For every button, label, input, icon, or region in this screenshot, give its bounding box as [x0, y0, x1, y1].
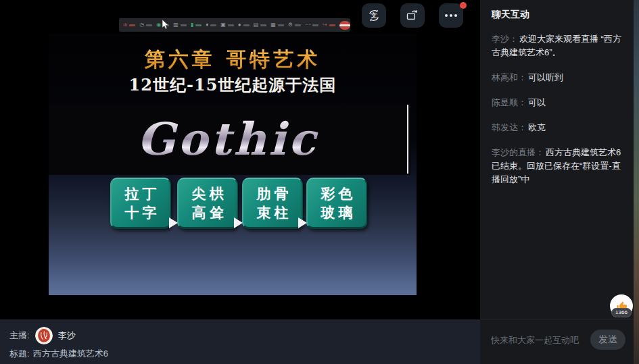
chat-text: 欧克	[528, 122, 546, 132]
toolbar-item-icon: ▥	[173, 22, 187, 28]
chat-input-bar: 发送	[480, 319, 634, 364]
keyword-line: 玻璃	[318, 203, 356, 222]
keyword-line: 拉丁	[122, 184, 160, 203]
arrow-right-icon	[298, 217, 307, 228]
video-area[interactable]: ılı ◷ ◉ ▥ ▮ ♦ ▣ ● ▤ ▦ ⚙ ⋯ ↪ 第六章 哥特艺术 12世…	[0, 0, 480, 319]
chat-message: 李沙：欢迎大家来观看直播 “西方古典建筑艺术6”。	[492, 32, 622, 59]
gothic-image: Gothic	[49, 103, 410, 175]
toolbar-item-icon: ▦	[270, 22, 284, 28]
keyword-line: 尖栱	[189, 184, 227, 203]
chat-text: 可以听到	[528, 72, 563, 82]
keyword-box-latin-cross: 拉丁 十字	[110, 178, 171, 229]
settings-gear-icon: ⚙	[288, 22, 301, 28]
gothic-wordmark: Gothic	[137, 113, 322, 165]
keyword-box-rib-vault: 肋骨 束柱	[242, 178, 303, 229]
stop-share-pill	[339, 21, 350, 30]
stream-title-value: 西方古典建筑艺术6	[33, 348, 108, 360]
chat-sender: 李沙的直播：	[492, 147, 544, 157]
host-info-bar: 主播: 李沙 标题: 西方古典建筑艺术6	[0, 319, 480, 364]
keyword-line: 彩色	[318, 184, 356, 203]
chat-sender: 陈昱顺：	[492, 97, 527, 107]
send-button[interactable]: 发送	[590, 330, 625, 350]
more-dots-icon: ⋯	[305, 22, 318, 28]
captions-translate-icon: 文	[367, 9, 381, 22]
mouse-cursor-icon	[162, 20, 169, 30]
host-avatar	[35, 327, 53, 344]
toolbar-item-icon: ♦	[206, 22, 216, 28]
chat-text: 可以	[528, 97, 546, 107]
slide-title: 第六章 哥特艺术	[49, 46, 417, 74]
keyword-line: 束柱	[254, 203, 292, 222]
like-count-badge: 1366	[611, 308, 632, 317]
stream-title-row: 标题: 西方古典建筑艺术6	[9, 348, 108, 360]
timer-icon: ◷	[139, 22, 152, 28]
slide-subtitle: 12世纪-15世纪起源于法国	[49, 74, 417, 96]
chat-sender: 韩发达：	[492, 122, 527, 132]
stream-title-label: 标题:	[9, 348, 30, 360]
chat-message-system: 李沙的直播：西方古典建筑艺术6 已结束。回放已保存在“群设置-直播回放”中	[492, 146, 622, 186]
chat-sender: 林高和：	[492, 72, 527, 82]
live-stream-window: ılı ◷ ◉ ▥ ▮ ♦ ▣ ● ▤ ▦ ⚙ ⋯ ↪ 第六章 哥特艺术 12世…	[0, 0, 639, 364]
more-options-button[interactable]	[439, 3, 463, 28]
chat-message: 韩发达：欧克	[492, 121, 622, 134]
host-row: 主播: 李沙	[9, 327, 76, 344]
desktop-wallpaper-strip	[634, 0, 639, 364]
host-label: 主播:	[9, 330, 30, 342]
host-name: 李沙	[58, 330, 76, 342]
presentation-slide: 第六章 哥特艺术 12世纪-15世纪起源于法国 Gothic 拉丁 十字 尖栱 …	[49, 34, 417, 295]
toolbar-item-icon: ●	[238, 22, 250, 28]
mic-icon: ▮	[191, 22, 202, 28]
notification-dot	[460, 2, 467, 9]
svg-text:文: 文	[370, 12, 377, 19]
chat-panel-title: 聊天互动	[492, 9, 622, 21]
chat-message: 陈昱顺：可以	[492, 96, 622, 109]
toolbar-item-icon: ▤	[254, 22, 267, 28]
exit-icon: ↪	[323, 22, 335, 28]
screen-share-toolbar: ılı ◷ ◉ ▥ ▮ ♦ ▣ ● ▤ ▦ ⚙ ⋯ ↪	[119, 18, 350, 32]
more-icon	[445, 14, 457, 17]
seal-avatar-icon	[35, 327, 53, 344]
keyword-box-stained-glass: 彩色 玻璃	[306, 178, 367, 229]
chat-message: 林高和：可以听到	[492, 71, 622, 84]
chat-input[interactable]	[491, 335, 585, 345]
image-divider-line	[407, 105, 408, 174]
like-button[interactable]: 1366	[610, 294, 633, 317]
keyword-line: 十字	[122, 203, 160, 222]
arrow-right-icon	[169, 217, 178, 228]
popout-window-button[interactable]	[400, 3, 425, 28]
toolbar-item-icon: ▣	[220, 22, 234, 28]
popout-window-icon	[406, 9, 419, 22]
keyword-box-pointed-arch: 尖栱 高耸	[177, 178, 238, 229]
keyword-line: 高耸	[189, 203, 227, 222]
arrow-right-icon	[234, 217, 243, 228]
captions-translate-button[interactable]: 文	[362, 3, 386, 28]
chat-sender: 李沙：	[492, 34, 518, 44]
chat-panel: 聊天互动 李沙：欢迎大家来观看直播 “西方古典建筑艺术6”。 林高和：可以听到 …	[480, 0, 634, 364]
keyword-line: 肋骨	[254, 184, 292, 203]
network-signal-icon: ılı	[123, 22, 135, 28]
